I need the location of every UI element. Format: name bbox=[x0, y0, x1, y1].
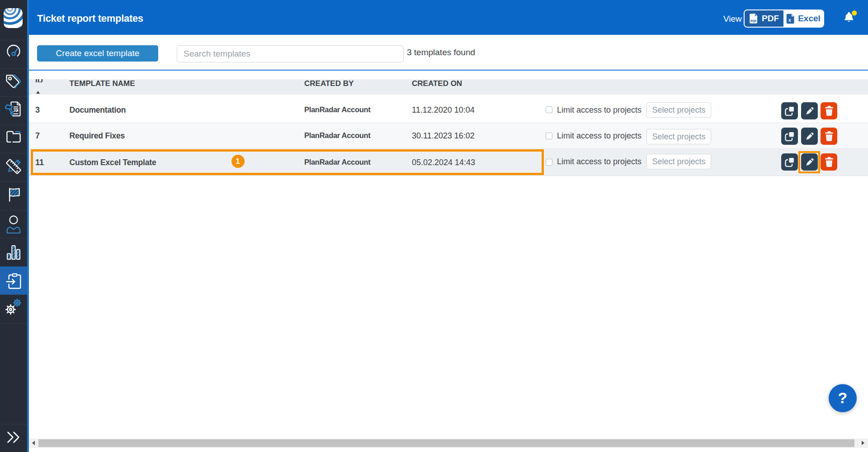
svg-text:x: x bbox=[788, 18, 791, 23]
svg-text:PDF: PDF bbox=[750, 19, 756, 23]
